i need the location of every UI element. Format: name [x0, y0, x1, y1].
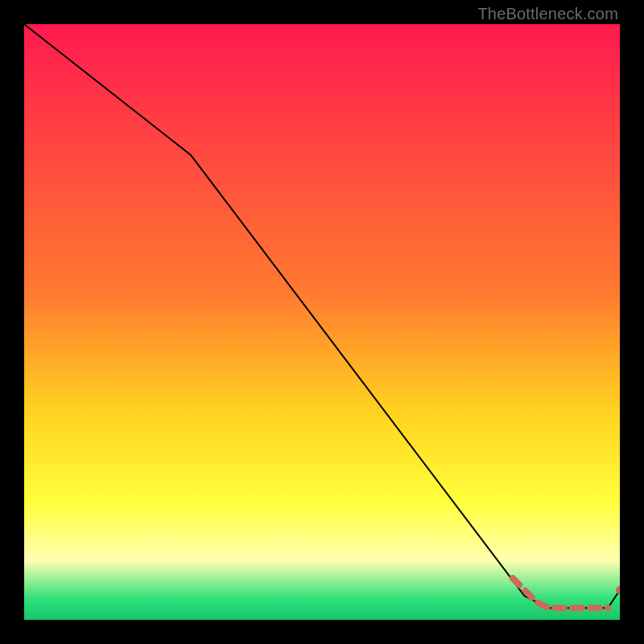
- end-dot: [616, 586, 620, 594]
- plot-area: [24, 24, 620, 620]
- lines-layer: [24, 24, 620, 620]
- chart-stage: TheBottleneck.com: [0, 0, 644, 644]
- highlight-dash-line: [513, 578, 608, 608]
- curve-line: [24, 24, 620, 608]
- watermark-text: TheBottleneck.com: [477, 5, 618, 23]
